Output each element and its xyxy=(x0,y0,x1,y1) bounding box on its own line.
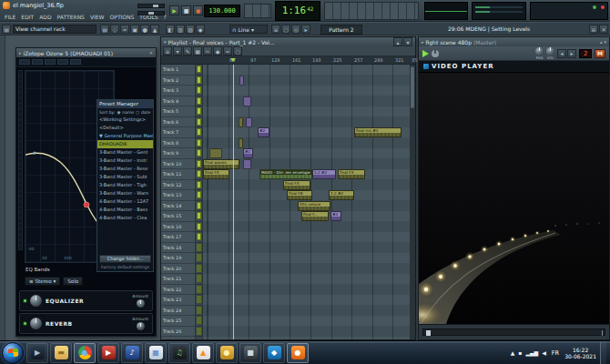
language-indicator[interactable]: FR xyxy=(550,349,561,358)
performance-button[interactable] xyxy=(196,76,202,86)
preset-item[interactable]: 3-Band Master - Tigh xyxy=(97,181,153,189)
track-name[interactable]: Track 5 xyxy=(161,106,195,117)
equalizer-knob[interactable] xyxy=(30,295,42,307)
toolbar-button[interactable]: ▦ xyxy=(193,46,202,56)
preset-item[interactable]: 4-Band Master - Bass xyxy=(97,206,153,214)
bpm-display[interactable]: 130.000 xyxy=(204,5,240,17)
toolbar-button[interactable]: ◧ xyxy=(166,25,175,34)
menu-add[interactable]: ADD xyxy=(36,13,54,21)
track-name[interactable]: Track 6 xyxy=(161,117,195,128)
toolbar-button[interactable]: ✎ xyxy=(183,46,192,56)
detach-up-icon[interactable]: ▴ xyxy=(600,39,603,45)
clip[interactable]: final FX xyxy=(283,180,310,190)
close-icon[interactable]: ✕ xyxy=(149,50,153,56)
track-name[interactable]: Track 23 xyxy=(161,295,195,306)
performance-button[interactable] xyxy=(196,306,202,317)
toolbar-button[interactable]: ⊞ xyxy=(589,25,598,34)
track-name[interactable]: Track 3 xyxy=(161,86,195,96)
performance-button[interactable] xyxy=(196,327,202,338)
track-name[interactable]: Track 24 xyxy=(161,306,195,317)
performance-button[interactable] xyxy=(196,117,202,128)
track-name[interactable]: Track 25 xyxy=(161,316,195,327)
volume-knob[interactable] xyxy=(546,47,554,56)
track-name[interactable]: Track 9 xyxy=(161,148,195,159)
menu-patterns[interactable]: PATTERNS xyxy=(55,13,87,21)
taskbar-icon-media-player[interactable]: ▶ xyxy=(26,343,48,363)
performance-button[interactable] xyxy=(196,138,202,149)
clip[interactable]: final FX xyxy=(338,169,365,179)
track-name[interactable]: Track 18 xyxy=(161,243,195,254)
performance-button[interactable] xyxy=(196,96,202,107)
master-pitch-slider[interactable] xyxy=(137,11,165,15)
track-name[interactable]: Track 14 xyxy=(161,201,195,212)
preset-item[interactable]: DHAOUADIK xyxy=(97,140,153,148)
menu-edit[interactable]: EDIT xyxy=(18,13,36,21)
track-name[interactable]: Track 8 xyxy=(161,138,195,149)
clip[interactable]: fitts veloce xyxy=(298,201,330,211)
clip[interactable]: final FB xyxy=(287,190,312,200)
clip[interactable]: final F... xyxy=(301,211,329,221)
performance-button[interactable] xyxy=(196,243,202,254)
clip[interactable]: #2 xyxy=(258,127,269,137)
chevron-down-icon[interactable]: ▾ xyxy=(604,39,606,45)
sort-name-label[interactable]: name xyxy=(122,110,134,115)
performance-button[interactable] xyxy=(196,232,202,243)
performance-button[interactable] xyxy=(196,169,202,180)
toolbar-button[interactable]: ▥ xyxy=(176,25,185,34)
track-name[interactable]: Track 10 xyxy=(161,159,195,170)
performance-button[interactable] xyxy=(196,285,202,296)
snap-selector[interactable]: ∩ Line ▾ xyxy=(229,25,268,34)
play-button[interactable]: ▶ xyxy=(169,5,179,15)
menu-file[interactable]: FILE xyxy=(2,13,18,21)
taskbar-icon-music-dark[interactable]: ♫ xyxy=(168,343,190,363)
taskbar-icon-media-red[interactable]: ▶ xyxy=(97,343,119,363)
stereo-button[interactable]: ≡ Stereo ▾ xyxy=(25,277,60,286)
toolbar-button[interactable]: ≈ xyxy=(120,25,129,34)
master-volume-slider[interactable] xyxy=(137,4,165,8)
preset-item[interactable]: 3-Band Master - Rese xyxy=(97,165,153,173)
menu-view[interactable]: VIEW xyxy=(87,13,107,21)
taskbar-icon-blue[interactable]: ◆ xyxy=(263,343,285,363)
track-name[interactable]: Track 21 xyxy=(161,274,195,285)
taskbar-icon-player-blue[interactable]: ♪ xyxy=(121,343,143,363)
reverb-amount-knob[interactable] xyxy=(137,322,145,330)
track-name[interactable]: Track 15 xyxy=(161,211,195,222)
toolbar-button[interactable]: ▤ xyxy=(2,25,11,34)
performance-button[interactable] xyxy=(196,65,202,76)
change-folder-button[interactable]: Change folder... xyxy=(99,255,151,263)
reverb-knob[interactable] xyxy=(30,318,42,329)
stop-button[interactable]: ■ xyxy=(181,5,191,15)
performance-button[interactable] xyxy=(196,180,202,191)
ozone-module-tabs[interactable] xyxy=(16,57,156,67)
show-desktop-button[interactable] xyxy=(600,341,606,364)
performance-button[interactable] xyxy=(196,295,202,306)
reverb-led[interactable] xyxy=(24,322,26,325)
clip-area[interactable]: #2final rns #2#2final wavesfinal FXMAED … xyxy=(203,65,410,339)
clip[interactable]: #2 xyxy=(243,148,253,158)
scrub-handle[interactable] xyxy=(426,330,431,336)
toolbar-button[interactable]: ▲ xyxy=(150,25,159,34)
toolbar-button[interactable]: ▨ xyxy=(186,25,195,34)
equalizer-led[interactable] xyxy=(24,299,26,302)
taskbar-icon-chrome[interactable]: ● xyxy=(74,343,96,363)
tray-status-icon[interactable]: ▪ xyxy=(518,349,522,356)
clip[interactable]: final rns #2 xyxy=(354,127,402,137)
toolbar-button[interactable]: ✕ xyxy=(599,25,608,34)
track-name[interactable]: Track 4 xyxy=(161,96,195,107)
menu-options[interactable]: OPTIONS xyxy=(107,13,137,21)
clip[interactable] xyxy=(243,96,251,106)
clip[interactable]: #2 xyxy=(330,211,341,221)
taskbar-icon-photo-viewer[interactable]: ▦ xyxy=(145,343,167,363)
track-name[interactable]: Track 11 xyxy=(161,169,195,180)
clip[interactable]: 1:2 #2 xyxy=(312,169,336,179)
track-name[interactable]: Track 2 xyxy=(161,76,195,86)
track-name[interactable]: Track 19 xyxy=(161,253,195,264)
performance-button[interactable] xyxy=(196,222,202,233)
toolbar-button[interactable]: ○ xyxy=(281,25,290,34)
clip[interactable]: 1:2 #2 xyxy=(329,190,354,200)
performance-button[interactable] xyxy=(196,264,202,275)
track-name[interactable]: Track 16 xyxy=(161,222,195,233)
preset-item[interactable]: 4-Band Master - 12A7 xyxy=(97,197,153,206)
video-titlebar[interactable]: ▸ fight scene 480p (Master) ▴ ▾ xyxy=(419,37,609,46)
pan-knob[interactable] xyxy=(535,47,544,56)
